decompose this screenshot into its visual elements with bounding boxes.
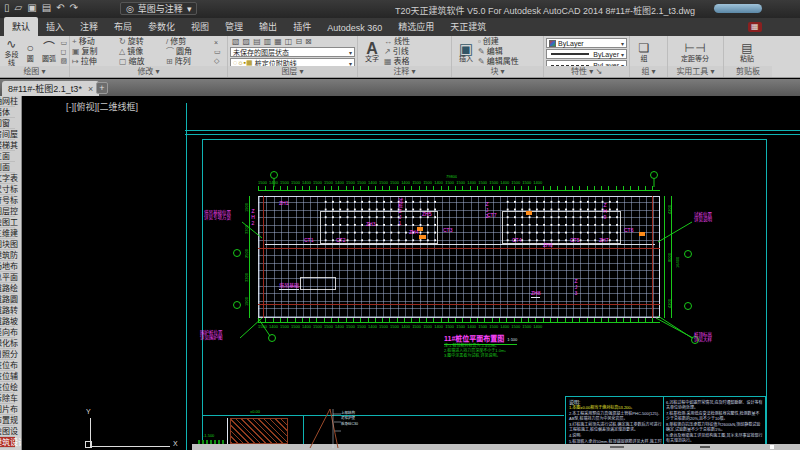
viewport-controls[interactable]: [-][俯视][二维线框]	[66, 100, 138, 113]
modify-mini-icon-0[interactable]: ×	[214, 39, 221, 47]
draw-mini-icon-2[interactable]: ▨	[60, 57, 67, 65]
layer-tool-icon-1[interactable]: ▨	[243, 37, 251, 46]
screen-menu-item-20[interactable]: 道路坡	[0, 316, 15, 327]
screen-menu-item-10[interactable]: 图层控	[0, 206, 15, 217]
ribbon-tab-7[interactable]: 输出	[251, 17, 285, 36]
screen-menu-item-1[interactable]: 墙体	[0, 107, 15, 118]
layer-tool-icon-6[interactable]: ⊟	[295, 37, 302, 46]
screen-menu-item-12[interactable]: 三维建	[0, 228, 15, 239]
screen-menu-item-23[interactable]: 日照分	[0, 349, 15, 360]
modify-tool-0[interactable]: +移动	[72, 37, 118, 47]
panel-label-properties[interactable]: 特性 ▾ ↘	[544, 66, 629, 77]
screen-menu-item-18[interactable]: 道路圆	[0, 294, 15, 305]
screen-menu-item-29[interactable]: 布置规	[0, 415, 15, 426]
qat-icon-1[interactable]: ▱	[15, 2, 23, 13]
screen-menu-item-30[interactable]: 绘图设	[0, 426, 15, 437]
layer-state-dropdown[interactable]: 未保存的图层状态 ▾	[230, 47, 355, 57]
layer-tool-icon-5[interactable]: ◫	[285, 37, 293, 46]
infocenter-pill[interactable]	[714, 4, 762, 13]
qat-icon-4[interactable]: ↶	[56, 2, 64, 13]
screen-menu-item-15[interactable]: 场地布	[0, 261, 15, 272]
screen-menu-item-7[interactable]: 文字表	[0, 173, 15, 184]
panel-label-groups[interactable]: 组 ▾	[630, 66, 667, 77]
modify-tool-2[interactable]: /修剪	[166, 37, 212, 47]
modify-mini-icon-2[interactable]: ◇	[214, 57, 221, 65]
layer-tool-icon-7[interactable]: ⊠	[305, 37, 312, 46]
screen-menu-item-9[interactable]: 符号标	[0, 195, 15, 206]
panel-label-layers[interactable]: 图层 ▾	[228, 66, 357, 77]
ribbon-tab-4[interactable]: 参数化	[140, 17, 183, 36]
drawing-file-tab[interactable]: 8#11#-桩图2.1_t3* ×	[2, 81, 99, 96]
tarch-mini-icon[interactable]: ▦	[748, 22, 762, 32]
layer-tool-icon-4[interactable]: ▦	[274, 37, 282, 46]
screen-menu-item-0[interactable]: 轴网柱	[0, 96, 15, 107]
ribbon-tab-8[interactable]: 插件	[285, 17, 319, 36]
qat-icon-0[interactable]: ▯	[4, 2, 10, 13]
modify-tool-5[interactable]: ⌒圆角	[166, 47, 212, 57]
ribbon-tab-11[interactable]: 天正建筑	[442, 17, 494, 36]
modify-tool-3[interactable]: ▣复制	[72, 47, 118, 57]
new-drawing-tab-button[interactable]: +	[96, 82, 108, 94]
panel-label-draw[interactable]: 绘图 ▾	[0, 66, 69, 77]
measure-button[interactable]: ⊢⊣ 定距等分	[670, 42, 720, 63]
screen-menu-item-31[interactable]: 建筑设计	[0, 437, 15, 448]
taskbar-strip[interactable]	[192, 444, 800, 450]
layer-tool-icon-3[interactable]: ▥	[264, 37, 272, 46]
draw-mini-icon-1[interactable]: ◻	[60, 48, 67, 56]
ribbon-tab-9[interactable]: Autodesk 360	[319, 20, 390, 36]
group-button[interactable]: ❏ 组	[632, 42, 656, 63]
screen-menu-item-11[interactable]: 绘图工	[0, 217, 15, 228]
screen-menu-item-16[interactable]: 总平面	[0, 272, 15, 283]
panel-label-utilities[interactable]: 实用工具 ▾	[668, 66, 723, 77]
screen-menu-item-3[interactable]: 房间屋	[0, 129, 15, 140]
annotate-tool-1[interactable]: ↗引线	[384, 47, 444, 57]
annotate-tool-0[interactable]: ↔线性	[384, 37, 444, 47]
ribbon-tab-3[interactable]: 布局	[106, 17, 140, 36]
panel-label-annotate[interactable]: 注释 ▾	[358, 66, 451, 77]
screen-menu-item-5[interactable]: 立面	[0, 151, 15, 162]
screen-menu-item-14[interactable]: 建筑防	[0, 250, 15, 261]
screen-menu-item-19[interactable]: 道路转	[0, 305, 15, 316]
draw-mini-icon-0[interactable]: ▭	[60, 39, 67, 47]
ribbon-tab-5[interactable]: 视图	[183, 17, 217, 36]
close-icon[interactable]: ×	[88, 84, 93, 94]
screen-menu-item-21[interactable]: 竖向布	[0, 327, 15, 338]
screen-menu-item-24[interactable]: 桩位布	[0, 360, 15, 371]
circle-button[interactable]: ○ 圆	[21, 42, 40, 63]
ribbon-tab-6[interactable]: 管理	[217, 17, 251, 36]
text-button[interactable]: A 文字	[360, 42, 384, 63]
screen-menu-item-4[interactable]: 楼梯其	[0, 140, 15, 151]
modify-tool-1[interactable]: ↻旋转	[119, 37, 165, 47]
screen-menu-item-27[interactable]: 拆除车	[0, 393, 15, 404]
workspace-switcher[interactable]: ◎ 草图与注释 ▾	[120, 2, 197, 15]
panel-label-modify[interactable]: 修改 ▾	[70, 66, 227, 77]
qat-icon-3[interactable]: ▤	[42, 2, 51, 13]
screen-menu-item-2[interactable]: 门窗	[0, 118, 15, 129]
ribbon-tab-1[interactable]: 插入	[38, 17, 72, 36]
arc-button[interactable]: ⌒ 圆弧	[40, 42, 59, 63]
screen-menu-item-26[interactable]: 桩位绘	[0, 382, 15, 393]
screen-menu-item-13[interactable]: 图块图	[0, 239, 15, 250]
layer-tool-icon-0[interactable]: ▧	[232, 37, 240, 46]
qat-icon-5[interactable]: ↷	[70, 2, 78, 13]
lineweight-dropdown[interactable]: ByLayer ▾	[546, 49, 627, 59]
ribbon-tab-0[interactable]: 默认	[4, 17, 38, 36]
block-tool-0[interactable]: ▫创建	[478, 37, 536, 47]
screen-menu-item-28[interactable]: 图片布	[0, 404, 15, 415]
paste-button[interactable]: ▤ 粘贴	[726, 42, 768, 63]
qat-icon-2[interactable]: ▣	[27, 2, 36, 13]
ribbon-tab-2[interactable]: 注释	[72, 17, 106, 36]
modify-tool-4[interactable]: △镜像	[119, 47, 165, 57]
screen-menu-item-25[interactable]: 桩位辅	[0, 371, 15, 382]
polyline-button[interactable]: ∿ 多段线	[2, 38, 21, 67]
color-dropdown[interactable]: ByLayer ▾	[546, 38, 627, 48]
layer-state-icon-3[interactable]: ▦	[246, 59, 253, 66]
modify-mini-icon-1[interactable]: ▭	[214, 48, 221, 56]
screen-menu-item-22[interactable]: 绿化标	[0, 338, 15, 349]
screen-menu-item-8[interactable]: 尺寸标	[0, 184, 15, 195]
layer-tool-icon-2[interactable]: ▤	[253, 37, 261, 46]
ribbon-tab-10[interactable]: 精选应用	[390, 17, 442, 36]
screen-menu-item-6[interactable]: 剖面	[0, 162, 15, 173]
insert-block-button[interactable]: ▣ 插入	[454, 42, 478, 63]
screen-menu-item-17[interactable]: 道路绘	[0, 283, 15, 294]
